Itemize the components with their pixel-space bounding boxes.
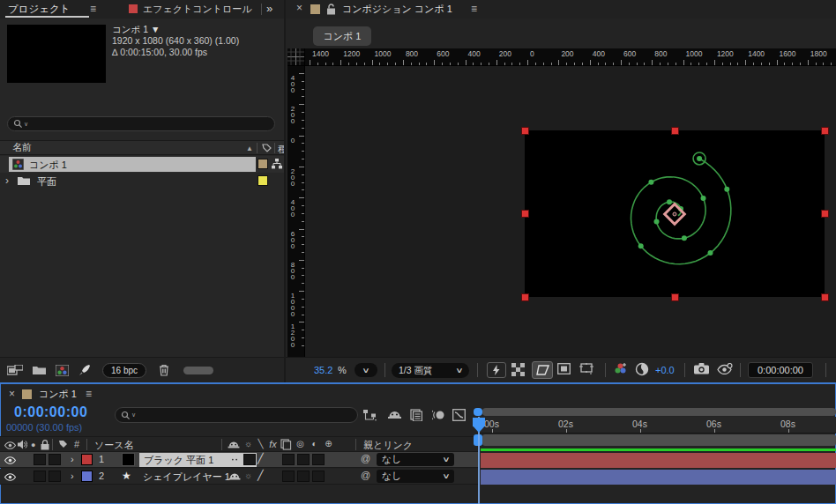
preview-comp-name[interactable]: コンポ 1 ▼ <box>112 24 239 35</box>
project-item-folder[interactable]: › 平面 <box>0 173 284 189</box>
motion-blur-switch-box[interactable] <box>282 454 295 465</box>
threed-column-icon[interactable]: ⊕ <box>322 439 335 448</box>
vertical-ruler[interactable]: 400200020040060080010001200 <box>287 66 305 357</box>
timeline-navigator-bar[interactable] <box>482 408 836 416</box>
frame-blend-toggle-icon[interactable] <box>410 409 422 421</box>
interpret-footage-icon[interactable] <box>7 365 23 376</box>
tab-project[interactable]: プロジェクト <box>8 3 71 16</box>
project-panel-menu-icon[interactable]: ≡ <box>90 3 96 15</box>
column-source-name[interactable]: ソース名 <box>94 439 134 452</box>
folder-expander-icon[interactable]: › <box>5 174 9 187</box>
project-item-label[interactable]: コンポ 1 <box>29 159 67 172</box>
color-depth-button[interactable]: 16 bpc <box>102 363 146 378</box>
shy-toggle-icon[interactable] <box>388 409 401 421</box>
timeline-panel-menu-icon[interactable]: ≡ <box>86 388 92 400</box>
solo-icon[interactable]: ● <box>31 441 35 449</box>
motion-blur-switch-box[interactable] <box>282 471 295 482</box>
tab-effect-controls[interactable]: エフェクトコントロール <box>143 3 252 16</box>
layer1-duration-bar[interactable] <box>481 453 836 468</box>
layer-name[interactable]: シェイプレイヤー 1 <box>143 471 230 484</box>
color-management-icon[interactable] <box>614 362 627 375</box>
horizontal-ruler[interactable]: 1400120010008006004002000200400600800100… <box>305 48 836 66</box>
project-columns-header[interactable]: 名前 ▲ 種 <box>0 140 284 155</box>
pickwhip-icon[interactable]: @ <box>361 453 370 463</box>
label-tag-icon[interactable] <box>58 440 68 449</box>
transparency-grid-icon[interactable] <box>511 363 525 376</box>
composition-viewer[interactable] <box>305 66 836 357</box>
selection-handle[interactable] <box>671 293 679 301</box>
audio-switch-box[interactable] <box>34 454 46 465</box>
ruler-origin-box[interactable] <box>287 48 305 66</box>
layer-row-1[interactable]: › 1 ブラック 平面 1 ╱ @ なし∨ <box>0 452 479 468</box>
label-tag-icon[interactable] <box>262 144 272 153</box>
collapse-switch-icon[interactable]: ☼ <box>242 471 255 480</box>
fast-previews-icon[interactable] <box>487 362 506 378</box>
selection-handle[interactable] <box>821 210 829 218</box>
layer2-duration-bar[interactable] <box>481 470 836 485</box>
timeline-time-ruler[interactable]: 00s02s04s06s08s <box>479 417 836 434</box>
audio-speaker-icon[interactable] <box>18 440 27 449</box>
frame-blend-column-icon[interactable] <box>280 439 292 450</box>
new-composition-icon[interactable] <box>56 365 69 376</box>
flowchart-icon[interactable] <box>272 159 282 169</box>
guides-grid-options-icon[interactable] <box>579 363 593 374</box>
project-search-input[interactable]: ∨ <box>7 116 275 131</box>
label-color-chip[interactable] <box>258 175 268 186</box>
tab-overflow-chevrons[interactable]: » <box>266 2 272 15</box>
project-item-comp1[interactable]: コンポ 1 <box>0 156 284 173</box>
work-area-bar[interactable] <box>482 434 836 446</box>
selection-handle[interactable] <box>821 293 829 301</box>
column-name[interactable]: 名前 <box>12 141 32 154</box>
selection-handle[interactable] <box>521 293 529 301</box>
project-item-label[interactable]: 平面 <box>37 175 56 189</box>
parent-dropdown[interactable]: なし∨ <box>377 470 454 483</box>
new-folder-icon[interactable] <box>33 365 46 375</box>
quality-switch-icon[interactable]: ╱ <box>258 453 264 464</box>
exposure-value[interactable]: +0.0 <box>655 365 675 375</box>
threed-switch-box[interactable] <box>312 471 325 482</box>
rocket-icon[interactable] <box>78 364 91 376</box>
scrollbar-thumb[interactable] <box>183 367 213 374</box>
video-eye-icon[interactable] <box>4 441 16 449</box>
collapse-switch-box[interactable] <box>243 454 256 465</box>
zoom-dropdown[interactable]: ∨ <box>355 363 377 377</box>
close-tab-icon[interactable]: × <box>9 388 15 400</box>
adjustment-layer-column-icon[interactable]: ◐ <box>308 439 321 448</box>
zoom-value[interactable]: 35.2 <box>314 365 332 375</box>
column-number[interactable]: # <box>74 439 79 449</box>
shy-switch-icon[interactable] <box>228 455 241 465</box>
trash-icon[interactable] <box>159 364 169 376</box>
exposure-icon[interactable] <box>635 362 649 376</box>
audio-switch-box[interactable] <box>34 471 46 482</box>
shape-spiral-path[interactable] <box>305 66 836 357</box>
preview-timecode[interactable]: 0:00:00:00 <box>748 362 813 378</box>
search-options-chevron-icon[interactable]: ∨ <box>24 121 28 128</box>
quality-column-icon[interactable]: ╲ <box>254 439 267 448</box>
mini-flowchart-icon[interactable] <box>363 410 377 421</box>
fx-column-icon[interactable]: fx <box>266 439 280 449</box>
pickwhip-icon[interactable]: @ <box>361 470 370 480</box>
selection-handle[interactable] <box>521 127 529 135</box>
parent-dropdown[interactable]: なし∨ <box>377 453 454 466</box>
video-eye-icon[interactable] <box>4 473 16 481</box>
lock-column-icon[interactable] <box>41 440 49 450</box>
graph-editor-icon[interactable] <box>452 409 466 421</box>
search-options-chevron-icon[interactable]: ∨ <box>131 411 136 419</box>
column-parent-link[interactable]: 親とリンク <box>363 439 413 452</box>
region-of-interest-icon[interactable] <box>557 363 571 374</box>
current-timecode[interactable]: 0:00:00:00 <box>14 404 87 420</box>
label-color-chip[interactable] <box>258 159 268 169</box>
layer-row-2[interactable]: › 2 ★ シェイプレイヤー 1 ☼ ╱ @ なし∨ <box>0 469 479 485</box>
timeline-search-input[interactable]: ∨ <box>115 407 358 423</box>
selection-handle[interactable] <box>671 127 679 135</box>
solo-switch-box[interactable] <box>49 471 61 482</box>
comp-viewer-tab[interactable]: コンポ 1 <box>313 26 371 46</box>
layer-label-chip[interactable] <box>81 454 93 465</box>
composition-panel-menu-icon[interactable]: ≡ <box>471 3 477 15</box>
snapshot-camera-icon[interactable] <box>694 363 709 374</box>
timeline-tab-label[interactable]: コンポ 1 <box>39 388 77 401</box>
close-tab-icon[interactable]: × <box>296 2 302 14</box>
mask-path-visibility-icon[interactable] <box>532 361 553 379</box>
show-snapshot-icon[interactable] <box>717 363 733 374</box>
solo-switch-box[interactable] <box>49 454 61 465</box>
